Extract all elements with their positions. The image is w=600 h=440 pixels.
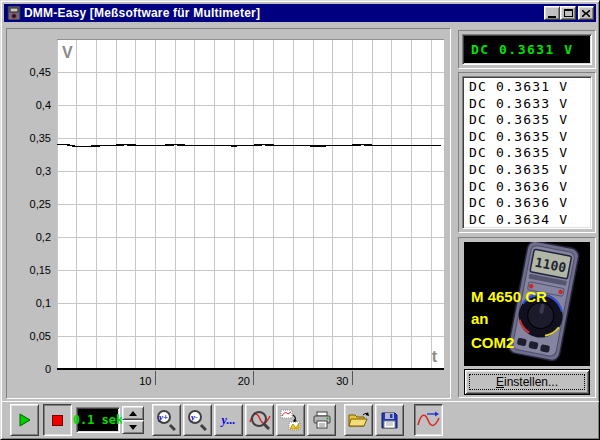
display-panel: DC 0.3631 V <box>458 30 596 69</box>
app-window: DMM-Easy [Meßsoftware für Multimeter] 10… <box>0 0 600 440</box>
reading-row[interactable]: DC 0.3636 V <box>469 195 591 212</box>
reading-row[interactable]: DC 0.3631 V <box>469 79 591 96</box>
y-axis-title: V <box>62 44 73 61</box>
reading-row[interactable]: DC 0.3633 V <box>469 96 591 113</box>
readings-listbox[interactable]: DC 0.3631 VDC 0.3633 VDC 0.3635 VDC 0.36… <box>462 76 592 229</box>
x-tick-label: 30 <box>336 375 348 387</box>
x-tick-label: 10 <box>139 375 151 387</box>
meter-model-label: M 4650 CR <box>471 288 547 305</box>
chart-panel: 10203000,050,10,150,20,250,30,350,40,45V… <box>6 28 451 399</box>
magnifier-y-plus-icon: y+ <box>156 409 178 431</box>
readings-panel: DC 0.3631 VDC 0.3633 VDC 0.3635 VDC 0.36… <box>458 72 596 233</box>
y-tick-label: 0 <box>45 363 51 375</box>
maximize-icon <box>564 9 573 17</box>
arrow-down-icon <box>129 425 137 430</box>
y-tick-label: 0,05 <box>30 330 51 342</box>
focus-rect <box>469 374 585 390</box>
interval-display: 0.1 sek <box>76 407 120 433</box>
y-tick-label: 0,2 <box>36 231 51 243</box>
close-button[interactable] <box>578 6 594 20</box>
reading-row[interactable]: DC 0.3635 V <box>469 162 591 179</box>
y-axis-settings-button[interactable]: y... <box>214 404 243 436</box>
y-tick-label: 0,35 <box>30 132 51 144</box>
zoom-curve-button[interactable] <box>245 404 274 436</box>
meter-port-label: COM2 <box>471 334 514 351</box>
open-folder-icon <box>348 412 369 428</box>
open-button[interactable] <box>344 404 373 436</box>
x-axis-line <box>57 368 444 370</box>
y-tick-label: 0,15 <box>30 264 51 276</box>
toolbar: 0.1 sek y+ y- y... <box>1 401 599 438</box>
printer-icon <box>312 411 332 429</box>
magnifier-y-minus-icon: y- <box>187 409 209 431</box>
titlebar: DMM-Easy [Meßsoftware für Multimeter] <box>4 4 596 22</box>
minimize-button[interactable] <box>544 6 560 20</box>
reading-row[interactable]: DC 0.3635 V <box>469 112 591 129</box>
reading-row[interactable]: DC 0.3634 V <box>469 212 591 229</box>
zoom-y-out-button[interactable]: y- <box>183 404 212 436</box>
sine-wave-icon <box>417 411 440 430</box>
maximize-button[interactable] <box>560 6 576 20</box>
arrow-up-icon <box>129 411 137 416</box>
meter-panel: M 4650 CR an COM2 1100 <box>458 237 596 398</box>
y-tick-label: 0,3 <box>36 165 51 177</box>
reading-row[interactable]: DC 0.3635 V <box>469 145 591 162</box>
start-button[interactable] <box>10 404 39 436</box>
interval-spinner <box>122 406 144 434</box>
y-dots-icon: y... <box>222 413 236 428</box>
magnifier-curve-icon <box>249 410 271 430</box>
y-tick-label: 0,25 <box>30 198 51 210</box>
y-tick-label: 0,4 <box>36 99 51 111</box>
window-title: DMM-Easy [Meßsoftware für Multimeter] <box>24 6 260 20</box>
close-icon <box>582 10 590 17</box>
voltage-time-chart: 10203000,050,10,150,20,250,30,350,40,45V… <box>7 29 450 398</box>
y-tick-label: 0,45 <box>30 66 51 78</box>
floppy-disk-icon <box>381 412 398 429</box>
minimize-icon <box>548 16 556 18</box>
stop-button[interactable] <box>43 404 72 436</box>
play-icon <box>19 413 31 427</box>
x-axis-title: t <box>432 348 438 365</box>
reading-row[interactable]: DC 0.3635 V <box>469 129 591 146</box>
stop-icon <box>52 415 63 426</box>
spinner-up-button[interactable] <box>122 406 144 420</box>
spinner-down-button[interactable] <box>122 420 144 434</box>
chart-copy-icon <box>280 409 302 431</box>
print-button[interactable] <box>307 404 336 436</box>
x-tick-label: 20 <box>238 375 250 387</box>
dc-value-display: DC 0.3631 V <box>462 34 592 65</box>
export-chart-button[interactable] <box>276 404 305 436</box>
zoom-y-in-button[interactable]: y+ <box>152 404 181 436</box>
save-button[interactable] <box>375 404 404 436</box>
y-tick-label: 0,1 <box>36 297 51 309</box>
meter-an-label: an <box>471 310 489 327</box>
curve-display-toggle[interactable] <box>414 404 443 436</box>
multimeter-image: M 4650 CR an COM2 1100 <box>464 242 590 366</box>
app-icon <box>7 6 21 20</box>
einstellen-button[interactable]: Einstellen... <box>464 369 590 395</box>
reading-row[interactable]: DC 0.3636 V <box>469 179 591 196</box>
